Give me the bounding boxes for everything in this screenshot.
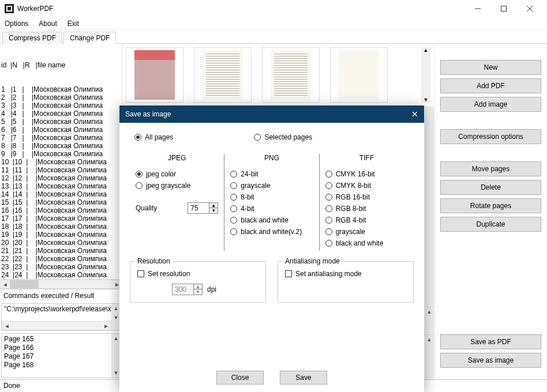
dialog-close-icon[interactable]: ✕ <box>411 110 418 119</box>
file-list-row[interactable]: 11 |11 | |Московская Олимпиа <box>1 166 121 174</box>
tab-change-pdf[interactable]: Change PDF <box>63 32 116 44</box>
minimize-button[interactable] <box>464 0 490 17</box>
radio-png-bw-v2[interactable]: black and white(v.2) <box>230 228 313 236</box>
add-image-button[interactable]: Add image <box>440 97 541 112</box>
radio-png-bw[interactable]: black and white <box>230 216 313 224</box>
resolution-spinner: ▲▼ <box>172 284 203 295</box>
thumbnails-vscroll[interactable]: ▲▼ <box>421 47 430 103</box>
commands-box[interactable]: "C:\myprojects\workerpdf\release\x8 ▲▼ ◄… <box>1 303 121 331</box>
result-line: Page 167 <box>4 352 118 361</box>
compression-options-button[interactable]: Compression options <box>440 129 541 144</box>
file-list-row[interactable]: 16 |16 | |Московская Олимпиа <box>1 206 121 214</box>
file-list-row[interactable]: 23 |23 | |Московская Олимпиа <box>1 263 121 271</box>
add-pdf-button[interactable]: Add PDF <box>440 78 541 93</box>
file-list-row[interactable]: 6 |6 | |Московская Олимпиа <box>1 126 121 134</box>
radio-tiff-grayscale[interactable]: grayscale <box>325 228 408 236</box>
file-list[interactable]: id |N |R |file name 1 |1 | |Московская О… <box>0 44 122 280</box>
page-thumbnail[interactable] <box>126 47 183 103</box>
resolution-input <box>173 285 193 293</box>
page-thumbnail[interactable] <box>330 47 388 103</box>
file-list-row[interactable]: 17 |17 | |Московская Олимпиа <box>1 214 121 223</box>
result-box[interactable]: Page 165Page 166Page 167Page 168 ▲▼ <box>1 333 121 378</box>
radio-tiff-rgb16[interactable]: RGB 16-bit <box>325 193 408 201</box>
quality-spinner[interactable]: ▲▼ <box>188 202 218 214</box>
file-list-row[interactable]: 14 |14 | |Московская Олимпиа <box>1 190 121 198</box>
save-as-pdf-button[interactable]: Save as PDF <box>440 334 541 349</box>
file-list-row[interactable]: 18 |18 | |Московская Олимпиа <box>1 223 121 231</box>
radio-tiff-bw[interactable]: black and white <box>325 239 408 247</box>
save-as-image-dialog: Save as image ✕ All pages Selected pages… <box>119 105 424 392</box>
file-list-row[interactable]: 13 |13 | |Московская Олимпиа <box>1 182 121 190</box>
file-list-row[interactable]: 3 |3 | |Московская Олимпиа <box>1 101 121 110</box>
tab-compress-pdf[interactable]: Compress PDF <box>2 32 62 44</box>
radio-selected-pages[interactable]: Selected pages <box>254 133 312 141</box>
resolution-group: Resolution Set resolution ▲▼ dpi <box>130 261 266 303</box>
dialog-titlebar[interactable]: Save as image ✕ <box>119 105 424 123</box>
app-icon <box>5 4 14 13</box>
status-text: Done <box>3 382 20 390</box>
file-list-row[interactable]: 21 |21 | |Московская Олимпиа <box>1 247 121 255</box>
file-list-row[interactable]: 15 |15 | |Московская Олимпиа <box>1 198 121 206</box>
duplicate-button[interactable]: Duplicate <box>440 217 541 232</box>
close-button[interactable] <box>516 0 542 17</box>
mid-cmd-vscroll[interactable]: ▲ <box>425 307 434 334</box>
file-list-row[interactable]: 24 |24 | |Московская Олимпиа <box>1 271 121 279</box>
quality-input[interactable] <box>188 204 209 212</box>
file-list-row[interactable]: 7 |7 | |Московская Олимпиа <box>1 134 121 142</box>
menu-about[interactable]: About <box>39 20 57 28</box>
radio-tiff-rgb4[interactable]: RGB 4-bit <box>325 216 408 224</box>
check-set-antialiasing[interactable]: Set antialiasing mode <box>285 270 406 278</box>
new-button[interactable]: New <box>440 60 541 75</box>
page-thumbnail[interactable] <box>262 47 320 103</box>
commands-text: "C:\myprojects\workerpdf\release\x8 <box>2 304 121 314</box>
file-list-row[interactable]: 22 |22 | |Московская Олимпиа <box>1 255 121 263</box>
dialog-title: Save as image <box>125 110 171 118</box>
delete-button[interactable]: Delete <box>440 180 541 195</box>
file-list-row[interactable]: 20 |20 | |Московская Олимпиа <box>1 239 121 247</box>
radio-png-grayscale[interactable]: grayscale <box>230 182 313 190</box>
radio-png-4bit[interactable]: 4-bit <box>230 205 313 213</box>
file-list-hscroll[interactable]: ◄ ► <box>0 280 122 289</box>
check-set-resolution[interactable]: Set resolution <box>137 270 258 278</box>
file-list-row[interactable]: 10 |10 | |Московская Олимпиа <box>1 158 121 166</box>
radio-tiff-cmyk16[interactable]: CMYK 16-bit <box>325 170 408 178</box>
file-list-row[interactable]: 19 |19 | |Московская Олимпиа <box>1 231 121 239</box>
move-pages-button[interactable]: Move pages <box>440 161 541 176</box>
chevron-down-icon[interactable]: ▼ <box>209 208 218 213</box>
radio-all-pages[interactable]: All pages <box>134 133 173 141</box>
tabstrip: Compress PDF Change PDF <box>0 30 547 44</box>
png-header: PNG <box>230 154 313 162</box>
menu-exit[interactable]: Exit <box>68 20 79 28</box>
jpeg-header: JPEG <box>136 154 218 162</box>
radio-png-24bit[interactable]: 24-bit <box>230 170 313 178</box>
page-thumbnail[interactable] <box>194 47 252 103</box>
file-list-row[interactable]: 8 |8 | |Московская Олимпиа <box>1 142 121 150</box>
dialog-close-button[interactable]: Close <box>216 371 264 385</box>
file-list-row[interactable]: 4 |4 | |Московская Олимпиа <box>1 110 121 118</box>
preview-vscroll[interactable] <box>425 107 434 307</box>
file-list-row[interactable]: 9 |9 | |Московская Олимпиа <box>1 150 121 158</box>
file-list-row[interactable]: 2 |2 | |Московская Олимпиа <box>1 93 121 101</box>
maximize-button[interactable] <box>490 0 516 17</box>
mid-result-vscroll[interactable]: ▲ <box>425 335 434 379</box>
commands-label: Commands executed / Result <box>0 289 122 302</box>
chevron-left-icon[interactable]: ◄ <box>1 280 10 288</box>
radio-jpeg-color[interactable]: jpeg color <box>136 170 218 178</box>
save-as-image-button[interactable]: Save as image <box>440 353 541 368</box>
rotate-pages-button[interactable]: Rotate pages <box>440 198 541 213</box>
scrollbar-thumb[interactable] <box>10 280 39 288</box>
file-list-row[interactable]: 5 |5 | |Московская Олимпиа <box>1 118 121 126</box>
chevron-up-icon[interactable]: ▲ <box>209 203 218 208</box>
thumbnails: ▲▼ <box>122 44 434 107</box>
file-list-row[interactable]: 1 |1 | |Московская Олимпиа <box>1 85 121 93</box>
radio-tiff-cmyk8[interactable]: CMYK 8-bit <box>325 182 408 190</box>
radio-tiff-rgb8[interactable]: RGB 8-bit <box>325 205 408 213</box>
commands-hscroll[interactable]: ◄► <box>2 321 111 330</box>
file-list-row[interactable]: 12 |12 | |Московская Олимпиа <box>1 174 121 182</box>
quality-label: Quality <box>136 204 157 212</box>
titlebar: WorkerPDF <box>0 0 547 17</box>
radio-png-8bit[interactable]: 8-bit <box>230 193 313 201</box>
menu-options[interactable]: Options <box>5 20 28 28</box>
radio-jpeg-grayscale[interactable]: jpeg grayscale <box>136 182 218 190</box>
dialog-save-button[interactable]: Save <box>280 371 327 385</box>
